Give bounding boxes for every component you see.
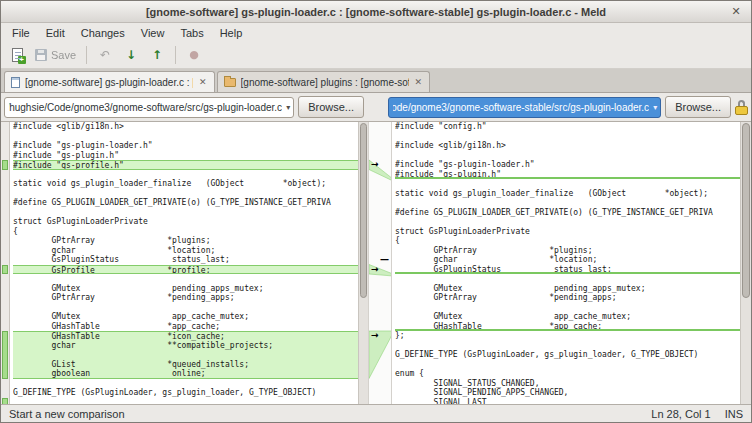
left-browse-button[interactable]: Browse...: [298, 96, 364, 118]
change-dash-icon: —: [380, 254, 389, 264]
code-line: [13, 189, 358, 199]
titlebar[interactable]: [gnome-software] gs-plugin-loader.c : [g…: [1, 1, 751, 23]
undo-icon: ↶: [100, 49, 110, 61]
file-picker-row: me/hughsie/Code/gnome3/gnome-software/sr…: [1, 93, 751, 121]
code-line: G_DEFINE_TYPE (GsPluginLoader, gs_plugin…: [395, 350, 740, 360]
folder-icon: [224, 78, 236, 87]
code-line: [13, 398, 358, 405]
left-scrollbar-thumb[interactable]: [360, 123, 367, 298]
chevron-down-icon: ▾: [282, 103, 290, 112]
code-line: GPtrArray *pending_apps;: [395, 293, 740, 303]
chevron-down-icon: ▾: [649, 103, 657, 112]
tab-close-icon[interactable]: ✕: [198, 77, 208, 87]
left-file-combo[interactable]: me/hughsie/Code/gnome3/gnome-software/sr…: [4, 97, 294, 118]
diff-gutter: →—→→: [368, 122, 392, 404]
code-line: GPtrArray *pending_apps;: [13, 293, 358, 303]
plus-icon: +: [18, 56, 26, 64]
new-comparison-button[interactable]: +: [5, 44, 29, 67]
code-line: [395, 341, 740, 351]
record-button[interactable]: ●: [182, 44, 206, 67]
arrow-down-icon: ↓: [126, 49, 136, 61]
code-line: [13, 170, 358, 180]
code-line: #include "gs-profile.h": [13, 160, 358, 170]
code-line: {: [13, 227, 358, 237]
statusbar: Start a new comparison Ln 28, Col 1 INS: [1, 404, 751, 422]
code-line: [395, 132, 740, 142]
code-line: gchar *location;: [395, 255, 740, 265]
window-title: [gnome-software] gs-plugin-loader.c : [g…: [146, 6, 606, 18]
code-line: G_DEFINE_TYPE (GsPluginLoader, gs_plugin…: [13, 388, 358, 398]
left-change-map[interactable]: [1, 122, 10, 404]
code-line: [13, 132, 358, 142]
code-line: GMutex pending_apps_mutex;: [13, 284, 358, 294]
code-line: struct GsPluginLoaderPrivate: [13, 217, 358, 227]
tab-bar: [gnome-software] gs-plugin-loader.c : [g…: [1, 69, 751, 93]
code-line: [395, 360, 740, 370]
toolbar-separator: [86, 46, 87, 64]
code-line: static void gs_plugin_loader_finalize (G…: [13, 179, 358, 189]
code-line: struct GsPluginLoaderPrivate: [395, 227, 740, 237]
code-line: GMutex app_cache_mutex;: [395, 312, 740, 322]
code-line: #include <glib/gi18n.h>: [395, 141, 740, 151]
right-browse-button[interactable]: Browse...: [665, 96, 731, 118]
toolbar: + Save ↶ ↓ ↑ ●: [1, 42, 751, 69]
menu-edit[interactable]: Edit: [38, 25, 73, 41]
tab-close-icon[interactable]: ✕: [414, 77, 424, 87]
diff-area: #include <glib/gi18n.h>#include "gs-plug…: [1, 121, 751, 404]
right-code-pane[interactable]: #include "config.h"#include <glib/gi18n.…: [392, 122, 740, 404]
code-line: [13, 208, 358, 218]
push-change-right-arrow-icon[interactable]: →: [371, 159, 379, 169]
menu-tabs[interactable]: Tabs: [172, 25, 211, 41]
right-scrollbar[interactable]: [740, 122, 751, 404]
code-line: static void gs_plugin_loader_finalize (G…: [395, 189, 740, 199]
status-right: Ln 28, Col 1 INS: [651, 408, 743, 420]
change-map-mark: [2, 398, 8, 405]
menu-changes[interactable]: Changes: [73, 25, 133, 41]
code-line: GHashTable *app_cache;: [13, 322, 358, 332]
toolbar-separator: [175, 46, 176, 64]
code-line: GsProfile *profile;: [13, 265, 358, 275]
next-change-button[interactable]: ↓: [119, 44, 143, 67]
undo-button[interactable]: ↶: [93, 44, 117, 67]
new-document-icon: +: [12, 48, 23, 62]
tab-label: [gnome-software] plugins : [gnome-soft: [241, 77, 409, 88]
code-line: [395, 198, 740, 208]
menubar: File Edit Changes View Tabs Help: [1, 23, 751, 42]
tab-gs-plugin-loader[interactable]: [gnome-software] gs-plugin-loader.c : [g…: [4, 71, 215, 92]
menu-view[interactable]: View: [133, 25, 173, 41]
change-map-mark: [2, 331, 8, 379]
tab-label: [gnome-software] gs-plugin-loader.c : [g: [25, 77, 193, 88]
code-line: GPtrArray *plugins;: [13, 236, 358, 246]
save-button[interactable]: Save: [31, 44, 80, 67]
save-icon: [35, 49, 47, 61]
code-line: SIGNAL_LAST: [395, 398, 740, 405]
code-line: GsPluginStatus status_last;: [395, 265, 740, 275]
window-close-icon[interactable]: ✕: [728, 4, 744, 20]
right-picker-group: hsie/Code/gnome3/gnome-software-stable/s…: [388, 96, 748, 118]
menu-help[interactable]: Help: [212, 25, 251, 41]
left-code-pane[interactable]: #include <glib/gi18n.h>#include "gs-plug…: [10, 122, 358, 404]
change-map-mark: [2, 160, 8, 170]
code-line: {: [395, 236, 740, 246]
menu-file[interactable]: File: [4, 25, 38, 41]
meld-window: [gnome-software] gs-plugin-loader.c : [g…: [0, 0, 752, 423]
code-line: #include "gs-plugin.h": [13, 151, 358, 161]
cursor-position: Ln 28, Col 1: [651, 408, 710, 420]
code-line: [13, 274, 358, 284]
right-file-combo[interactable]: hsie/Code/gnome3/gnome-software-stable/s…: [388, 97, 661, 118]
previous-change-button[interactable]: ↑: [145, 44, 169, 67]
push-change-right-arrow-icon[interactable]: →: [371, 264, 379, 274]
left-file-path: me/hughsie/Code/gnome3/gnome-software/sr…: [9, 102, 282, 113]
status-message: Start a new comparison: [9, 408, 125, 420]
right-scrollbar-thumb[interactable]: [742, 123, 750, 298]
left-scrollbar[interactable]: [358, 122, 368, 404]
push-change-right-arrow-icon[interactable]: →: [371, 330, 379, 340]
change-map-mark: [2, 265, 8, 275]
code-line: SIGNAL_STATUS_CHANGED,: [395, 379, 740, 389]
code-line: GHashTable *icon_cache;: [13, 331, 358, 341]
insert-mode-indicator: INS: [725, 408, 743, 420]
code-line: #include "gs-plugin-loader.h": [13, 141, 358, 151]
code-line: [13, 303, 358, 313]
tab-plugins-folder[interactable]: [gnome-software] plugins : [gnome-soft ✕: [217, 71, 431, 92]
code-line: gboolean online;: [13, 369, 358, 379]
